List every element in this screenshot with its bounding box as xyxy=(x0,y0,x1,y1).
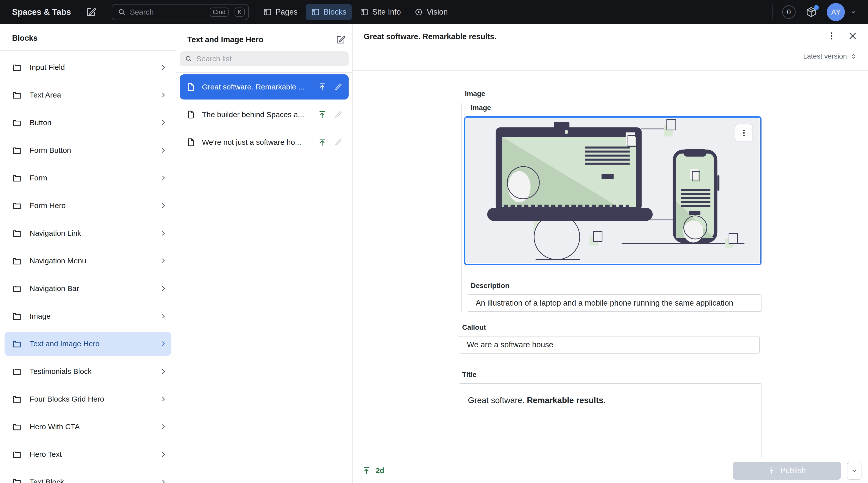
chevron-right-icon xyxy=(160,313,165,319)
entry-row[interactable]: Great software. Remarkable ... xyxy=(180,74,349,99)
sidebar-item-testimonials-block[interactable]: Testimonials Block xyxy=(4,359,171,384)
sidebar-item-form[interactable]: Form xyxy=(4,166,171,190)
list-search[interactable] xyxy=(180,51,349,66)
sidebar-item-hero-text[interactable]: Hero Text xyxy=(4,442,171,466)
folder-icon xyxy=(12,477,22,483)
sidebar-item-label: Form xyxy=(30,174,47,182)
topbar-divider xyxy=(772,5,773,19)
app-title: Spaces & Tabs xyxy=(12,7,71,17)
edit-entry-icon[interactable] xyxy=(334,138,343,147)
document-icon xyxy=(186,138,195,147)
sidebar-item-navigation-menu[interactable]: Navigation Menu xyxy=(4,249,171,273)
sidebar-item-form-button[interactable]: Form Button xyxy=(4,138,171,162)
folder-icon xyxy=(12,256,22,266)
sidebar-item-text-area[interactable]: Text Area xyxy=(4,83,171,107)
tab-label: Vision xyxy=(427,7,448,17)
version-label: Latest version xyxy=(803,52,847,60)
chevron-right-icon xyxy=(160,175,165,180)
chevron-right-icon xyxy=(160,203,165,208)
chevron-right-icon xyxy=(160,369,165,374)
description-input[interactable]: An illustration of a laptop and a mobile… xyxy=(468,294,762,312)
folder-icon xyxy=(12,339,22,349)
publish-status-icon[interactable] xyxy=(318,138,327,147)
title-input[interactable]: Great software. Remarkable results. xyxy=(459,383,762,458)
global-search[interactable]: Cmd K xyxy=(112,4,249,20)
panel-layout-icon xyxy=(311,8,320,16)
notification-count-badge[interactable]: 0 xyxy=(782,5,796,19)
tab-pages[interactable]: Pages xyxy=(258,4,303,20)
editor-body: Image Image xyxy=(352,71,868,458)
sidebar-item-form-hero[interactable]: Form Hero xyxy=(4,193,171,218)
editor-actions xyxy=(827,31,858,41)
search-icon xyxy=(118,8,126,16)
sidebar-item-input-field[interactable]: Input Field xyxy=(4,55,171,80)
title-text-regular: Great software. xyxy=(468,396,527,405)
publish-button[interactable]: Publish xyxy=(733,462,841,480)
tab-vision[interactable]: Vision xyxy=(409,4,453,20)
topbar: Spaces & Tabs Cmd K Pages Blocks Site In… xyxy=(0,0,868,24)
entry-row[interactable]: The builder behind Spaces a... xyxy=(180,102,349,127)
workspace-edit-icon[interactable] xyxy=(86,7,96,17)
entry-row[interactable]: We're not just a software ho... xyxy=(180,130,349,155)
list-search-input[interactable] xyxy=(196,55,344,63)
sidebar-item-button[interactable]: Button xyxy=(4,111,171,135)
account-menu[interactable]: AY xyxy=(827,3,857,21)
main-area: Blocks Input Field Text Area Button Form… xyxy=(0,24,868,483)
version-selector[interactable]: Latest version xyxy=(803,52,858,60)
image-field[interactable] xyxy=(464,116,762,265)
edit-entry-icon[interactable] xyxy=(334,83,343,91)
folder-icon xyxy=(12,394,22,404)
chevron-right-icon xyxy=(160,92,165,97)
entry-label: We're not just a software ho... xyxy=(202,138,311,147)
shortcut-k-key: K xyxy=(235,7,245,17)
edit-list-icon[interactable] xyxy=(336,35,346,45)
image-section-label: Image xyxy=(465,89,762,98)
avatar: AY xyxy=(827,3,845,21)
sidebar-item-navigation-bar[interactable]: Navigation Bar xyxy=(4,276,171,301)
last-published-time: 2d xyxy=(376,466,384,475)
sidebar-item-four-blocks-grid-hero[interactable]: Four Blocks Grid Hero xyxy=(4,387,171,411)
tab-site-info[interactable]: Site Info xyxy=(354,4,406,20)
title-text-bold: Remarkable results. xyxy=(527,396,606,405)
kebab-menu-icon xyxy=(739,128,748,138)
publish-status-icon[interactable] xyxy=(318,83,327,91)
folder-icon xyxy=(12,145,22,155)
sidebar-item-label: Text and Image Hero xyxy=(30,339,99,348)
edit-entry-icon[interactable] xyxy=(334,110,343,119)
sidebar-item-navigation-link[interactable]: Navigation Link xyxy=(4,221,171,245)
folder-icon xyxy=(12,62,22,72)
last-published-indicator: 2d xyxy=(362,466,384,475)
publish-options-button[interactable] xyxy=(847,462,862,480)
sidebar-title: Blocks xyxy=(0,24,176,51)
sidebar-item-label: Form Button xyxy=(30,146,71,155)
global-search-input[interactable] xyxy=(130,8,206,16)
tab-label: Blocks xyxy=(323,7,346,17)
sidebar-item-text-and-image-hero[interactable]: Text and Image Hero xyxy=(4,332,171,356)
chevron-right-icon xyxy=(160,148,165,153)
description-label: Description xyxy=(471,281,762,290)
folder-icon xyxy=(12,449,22,459)
package-button[interactable] xyxy=(805,6,817,18)
image-options-button[interactable] xyxy=(735,124,753,142)
chevron-down-icon xyxy=(850,8,857,16)
entries-list: Great software. Remarkable ... The build… xyxy=(176,73,352,157)
folder-icon xyxy=(12,283,22,294)
published-upload-icon xyxy=(362,466,371,475)
close-icon[interactable] xyxy=(848,31,858,41)
sidebar-item-text-block[interactable]: Text Block xyxy=(4,470,171,483)
entry-label: Great software. Remarkable ... xyxy=(202,83,311,91)
editor-footer: 2d Publish xyxy=(352,458,868,483)
chevron-right-icon xyxy=(160,286,165,291)
folder-icon xyxy=(12,228,22,238)
sidebar-item-image[interactable]: Image xyxy=(4,304,171,328)
sidebar-item-hero-with-cta[interactable]: Hero With CTA xyxy=(4,415,171,439)
entries-panel-header: Text and Image Hero xyxy=(176,24,352,45)
topbar-right: 0 AY xyxy=(772,3,857,21)
tab-blocks[interactable]: Blocks xyxy=(306,4,352,20)
sidebar-item-label: Image xyxy=(30,312,51,321)
document-icon xyxy=(186,83,195,91)
sidebar-item-label: Button xyxy=(30,118,52,127)
kebab-menu-icon[interactable] xyxy=(827,31,836,41)
publish-status-icon[interactable] xyxy=(318,110,327,119)
callout-input[interactable]: We are a software house xyxy=(459,336,760,354)
